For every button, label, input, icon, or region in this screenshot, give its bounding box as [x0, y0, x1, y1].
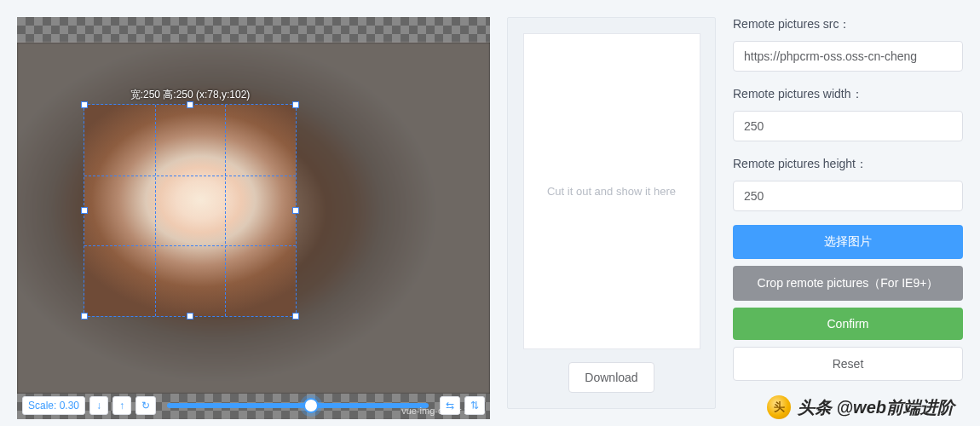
- download-button[interactable]: Download: [568, 362, 654, 393]
- choose-image-button[interactable]: 选择图片: [733, 225, 963, 259]
- remote-height-input[interactable]: [733, 181, 963, 211]
- arrow-down-icon: ↓: [96, 400, 101, 412]
- remote-src-input[interactable]: [733, 41, 963, 72]
- crop-remote-button[interactable]: Crop remote pictures（For IE9+）: [733, 266, 963, 301]
- src-label: Remote pictures src：: [733, 17, 963, 32]
- preview-box: Cut it out and show it here: [523, 33, 700, 349]
- crop-handle-tl[interactable]: [81, 101, 88, 108]
- crop-grid-line: [84, 245, 296, 246]
- height-label: Remote pictures height：: [733, 157, 963, 172]
- attribution-text: 头条 @web前端进阶: [798, 396, 954, 419]
- settings-form: Remote pictures src： Remote pictures wid…: [733, 17, 963, 409]
- crop-grid-line: [155, 105, 156, 316]
- attribution-logo-icon: 头: [767, 395, 791, 419]
- transparency-bg-top: [17, 17, 490, 43]
- image-cropper: 宽:250 高:250 (x:78,y:102) Scale: 0.30 ↓ ↑…: [17, 17, 490, 419]
- crop-handle-tr[interactable]: [292, 101, 299, 108]
- move-down-button[interactable]: ↓: [89, 396, 108, 415]
- crop-grid-line: [225, 105, 226, 316]
- width-label: Remote pictures width：: [733, 87, 963, 102]
- rotate-button[interactable]: ↻: [135, 396, 156, 415]
- crop-handle-br[interactable]: [292, 313, 299, 320]
- preview-placeholder: Cut it out and show it here: [547, 185, 676, 198]
- crop-handle-bm[interactable]: [187, 313, 193, 320]
- crop-grid-line: [84, 176, 296, 176]
- attribution-footer: 头 头条 @web前端进阶: [767, 395, 954, 419]
- rotate-icon: ↻: [141, 400, 150, 412]
- preview-panel: Cut it out and show it here Download: [507, 17, 716, 409]
- cropper-watermark: vue-img-cutter 2.1.3: [401, 406, 485, 416]
- zoom-slider[interactable]: [160, 403, 435, 408]
- move-up-button[interactable]: ↑: [112, 396, 131, 415]
- confirm-button[interactable]: Confirm: [733, 308, 963, 340]
- crop-dimensions-label: 宽:250 高:250 (x:78,y:102): [130, 88, 251, 102]
- zoom-slider-thumb[interactable]: [303, 398, 319, 413]
- remote-width-input[interactable]: [733, 111, 963, 141]
- crop-handle-tm[interactable]: [187, 101, 193, 108]
- crop-handle-ml[interactable]: [81, 207, 88, 214]
- crop-handle-mr[interactable]: [292, 207, 299, 214]
- crop-handle-bl[interactable]: [81, 313, 88, 320]
- scale-value: Scale: 0.30: [22, 396, 85, 415]
- zoom-slider-track[interactable]: [167, 403, 429, 408]
- crop-selection[interactable]: 宽:250 高:250 (x:78,y:102): [84, 104, 297, 317]
- reset-button[interactable]: Reset: [733, 347, 963, 381]
- crop-window: [84, 105, 296, 316]
- arrow-up-icon: ↑: [119, 400, 124, 412]
